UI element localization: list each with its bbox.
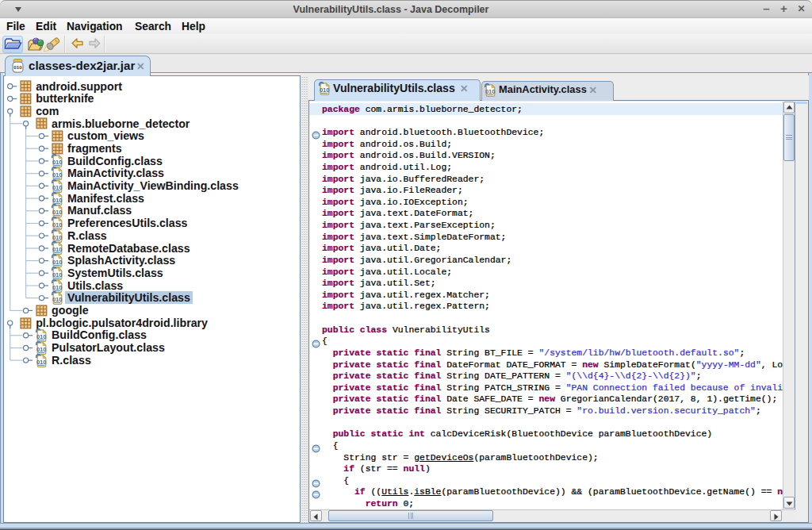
svg-text:010: 010: [36, 359, 47, 366]
svg-text:010: 010: [52, 234, 63, 241]
svg-text:010: 010: [52, 296, 63, 303]
svg-text:010: 010: [52, 171, 63, 179]
svg-text:010: 010: [36, 333, 47, 340]
svg-text:010: 010: [52, 247, 63, 254]
svg-text:010: 010: [52, 271, 63, 278]
svg-text:010: 010: [52, 259, 63, 266]
svg-text:010: 010: [13, 64, 22, 70]
svg-text:010: 010: [52, 284, 63, 291]
svg-text:010: 010: [52, 159, 63, 167]
svg-text:010: 010: [320, 86, 330, 94]
svg-text:010: 010: [52, 221, 63, 229]
svg-text:010: 010: [52, 209, 63, 216]
svg-text:010: 010: [52, 197, 63, 204]
svg-text:010: 010: [36, 346, 47, 353]
svg-text:010: 010: [485, 88, 496, 95]
svg-text:010: 010: [52, 184, 63, 191]
